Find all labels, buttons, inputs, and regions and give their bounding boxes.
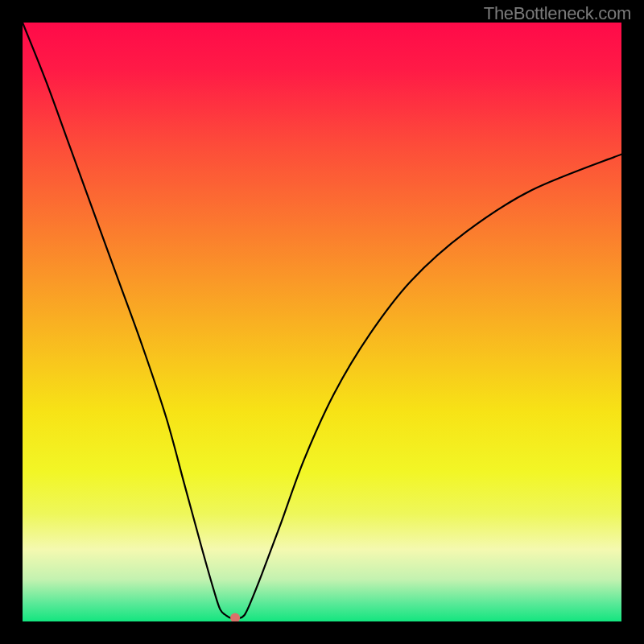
watermark-text: TheBottleneck.com: [484, 3, 631, 24]
chart-svg: [23, 23, 621, 621]
chart-background: [23, 23, 621, 621]
chart-frame: [23, 23, 621, 621]
